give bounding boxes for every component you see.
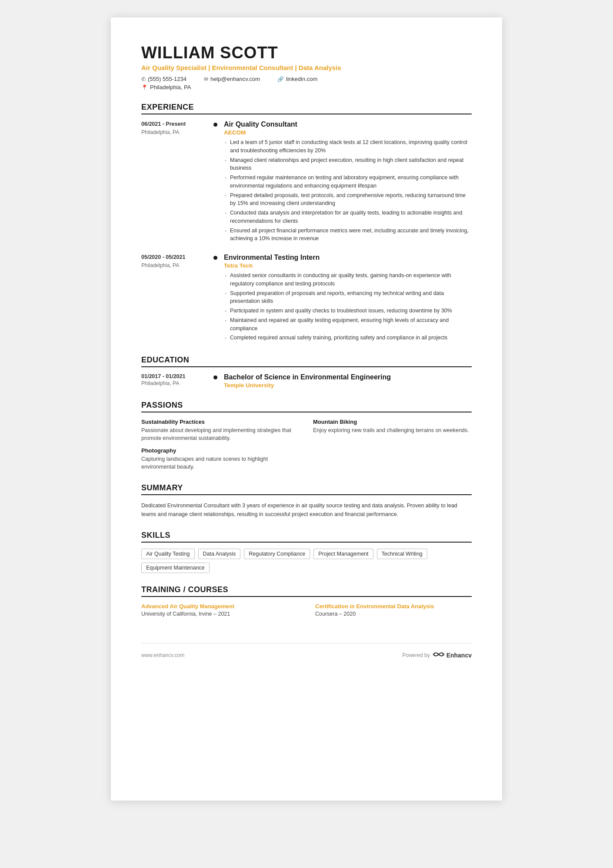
- experience-heading: EXPERIENCE: [141, 103, 472, 114]
- passions-grid: Sustainability Practices Passionate abou…: [141, 419, 472, 471]
- enhancv-logo: Enhancv: [433, 650, 472, 660]
- edu-date-1: 01/2017 - 01/2021: [141, 373, 211, 379]
- experience-item-1: 06/2021 - Present Philadelphia, PA Air Q…: [141, 121, 472, 244]
- linkedin-url: linkedin.com: [286, 76, 317, 82]
- experience-section: EXPERIENCE 06/2021 - Present Philadelphi…: [141, 103, 472, 343]
- exp-role-2: Environmental Testing Intern: [224, 254, 472, 261]
- training-heading: TRAINING / COURSES: [141, 585, 472, 597]
- exp-role-1: Air Quality Consultant: [224, 121, 472, 128]
- passion-item-2: Mountain Biking Enjoy exploring new trai…: [313, 419, 472, 442]
- exp-company-1: AECOM: [224, 129, 472, 136]
- contact-row: ✆ (555) 555-1234 ✉ help@enhancv.com 🔗 li…: [141, 76, 472, 82]
- exp-date-1: 06/2021 - Present: [141, 121, 207, 128]
- email-address: help@enhancv.com: [210, 76, 260, 82]
- edu-location-1: Philadelphia, PA: [141, 380, 211, 386]
- skill-badge-3: Regulatory Compliance: [244, 549, 310, 559]
- bullet-1-3: Performed regular maintenance on testing…: [224, 174, 472, 190]
- linkedin-contact: 🔗 linkedin.com: [277, 76, 317, 82]
- edu-left-1: 01/2017 - 01/2021 Philadelphia, PA: [141, 373, 211, 389]
- passion-desc-3: Capturing landscapes and nature scenes t…: [141, 455, 300, 471]
- training-item-2: Certification in Environmental Data Anal…: [315, 603, 472, 617]
- passion-item-1: Sustainability Practices Passionate abou…: [141, 419, 300, 442]
- bullet-2-2: Supported preparation of proposals and r…: [224, 289, 472, 306]
- exp-location-1: Philadelphia, PA: [141, 129, 207, 135]
- bullet-1-2: Managed client relationships and project…: [224, 156, 472, 173]
- resume-document: WILLIAM SCOTT Air Quality Specialist | E…: [111, 17, 502, 801]
- bullet-1-5: Conducted data analysis and interpretati…: [224, 209, 472, 225]
- candidate-name: WILLIAM SCOTT: [141, 44, 472, 62]
- exp-divider-1: [211, 121, 220, 244]
- exp-left-1: 06/2021 - Present Philadelphia, PA: [141, 121, 211, 244]
- exp-left-2: 05/2020 - 05/2021 Philadelphia, PA: [141, 254, 211, 343]
- passions-heading: PASSIONS: [141, 401, 472, 412]
- footer: www.enhancv.com Powered by Enhancv: [141, 643, 472, 660]
- training-item-1: Advanced Air Quality Management Universi…: [141, 603, 298, 617]
- location-text: Philadelphia, PA: [150, 84, 191, 90]
- linkedin-icon: 🔗: [277, 76, 284, 82]
- bullet-1-4: Prepared detailed proposals, test protoc…: [224, 191, 472, 208]
- passion-desc-1: Passionate about developing and implemen…: [141, 426, 300, 442]
- education-section: EDUCATION 01/2017 - 01/2021 Philadelphia…: [141, 355, 472, 389]
- summary-heading: SUMMARY: [141, 483, 472, 495]
- exp-bullets-2: Assisted senior consultants in conductin…: [224, 271, 472, 342]
- edu-right-1: Bachelor of Science in Environmental Eng…: [220, 373, 472, 389]
- bullet-1-1: Led a team of 5 junior staff in conducti…: [224, 138, 472, 155]
- brand-name: Enhancv: [446, 652, 472, 659]
- training-name-1: Advanced Air Quality Management: [141, 603, 298, 610]
- exp-dot-1: [213, 123, 217, 127]
- passion-name-1: Sustainability Practices: [141, 419, 300, 425]
- passions-section: PASSIONS Sustainability Practices Passio…: [141, 401, 472, 471]
- education-item-1: 01/2017 - 01/2021 Philadelphia, PA Bache…: [141, 373, 472, 389]
- passion-name-2: Mountain Biking: [313, 419, 472, 425]
- exp-company-2: Tetra Tech: [224, 262, 472, 269]
- edu-degree-1: Bachelor of Science in Environmental Eng…: [224, 373, 472, 381]
- bullet-2-1: Assisted senior consultants in conductin…: [224, 271, 472, 288]
- exp-location-2: Philadelphia, PA: [141, 262, 207, 268]
- bullet-1-6: Ensured all project financial performanc…: [224, 227, 472, 243]
- skills-section: SKILLS Air Quality Testing Data Analysis…: [141, 531, 472, 573]
- passion-name-3: Photography: [141, 447, 300, 454]
- experience-item-2: 05/2020 - 05/2021 Philadelphia, PA Envir…: [141, 254, 472, 343]
- bullet-2-4: Maintained and repaired air quality test…: [224, 316, 472, 333]
- skill-badge-4: Project Management: [313, 549, 373, 559]
- skill-badge-5: Technical Writing: [377, 549, 427, 559]
- training-grid: Advanced Air Quality Management Universi…: [141, 603, 472, 617]
- email-icon: ✉: [204, 76, 208, 82]
- phone-number: (555) 555-1234: [148, 76, 187, 82]
- training-org-2: Coursera – 2020: [315, 611, 472, 617]
- exp-dot-2: [213, 256, 217, 260]
- skills-heading: SKILLS: [141, 531, 472, 543]
- edu-school-1: Temple University: [224, 382, 472, 389]
- enhancv-icon: [433, 650, 445, 660]
- training-section: TRAINING / COURSES Advanced Air Quality …: [141, 585, 472, 617]
- exp-date-2: 05/2020 - 05/2021: [141, 254, 207, 261]
- summary-text: Dedicated Environmental Consultant with …: [141, 501, 472, 519]
- skill-badge-6: Equipment Maintenance: [141, 563, 210, 573]
- passion-item-3: Photography Capturing landscapes and nat…: [141, 447, 300, 471]
- exp-bullets-1: Led a team of 5 junior staff in conducti…: [224, 138, 472, 243]
- location-contact: 📍 Philadelphia, PA: [141, 84, 472, 90]
- email-contact: ✉ help@enhancv.com: [204, 76, 260, 82]
- powered-by-text: Powered by: [402, 652, 430, 658]
- skills-container: Air Quality Testing Data Analysis Regula…: [141, 549, 472, 573]
- summary-section: SUMMARY Dedicated Environmental Consulta…: [141, 483, 472, 519]
- footer-url: www.enhancv.com: [141, 652, 184, 658]
- bullet-2-3: Participated in system and quality check…: [224, 307, 472, 315]
- exp-right-2: Environmental Testing Intern Tetra Tech …: [220, 254, 472, 343]
- training-org-1: University of California, Irvine – 2021: [141, 611, 298, 617]
- candidate-title: Air Quality Specialist | Environmental C…: [141, 64, 472, 71]
- edu-dot-1: [213, 375, 217, 379]
- header: WILLIAM SCOTT Air Quality Specialist | E…: [141, 44, 472, 90]
- edu-divider-1: [211, 373, 220, 389]
- phone-contact: ✆ (555) 555-1234: [141, 76, 187, 82]
- exp-divider-2: [211, 254, 220, 343]
- skill-badge-1: Air Quality Testing: [141, 549, 195, 559]
- exp-right-1: Air Quality Consultant AECOM Led a team …: [220, 121, 472, 244]
- location-icon: 📍: [141, 84, 148, 90]
- training-name-2: Certification in Environmental Data Anal…: [315, 603, 472, 610]
- bullet-2-5: Completed required annual safety trainin…: [224, 334, 472, 342]
- skill-badge-2: Data Analysis: [198, 549, 241, 559]
- education-heading: EDUCATION: [141, 355, 472, 367]
- passion-desc-2: Enjoy exploring new trails and challengi…: [313, 426, 472, 434]
- footer-powered: Powered by Enhancv: [402, 650, 472, 660]
